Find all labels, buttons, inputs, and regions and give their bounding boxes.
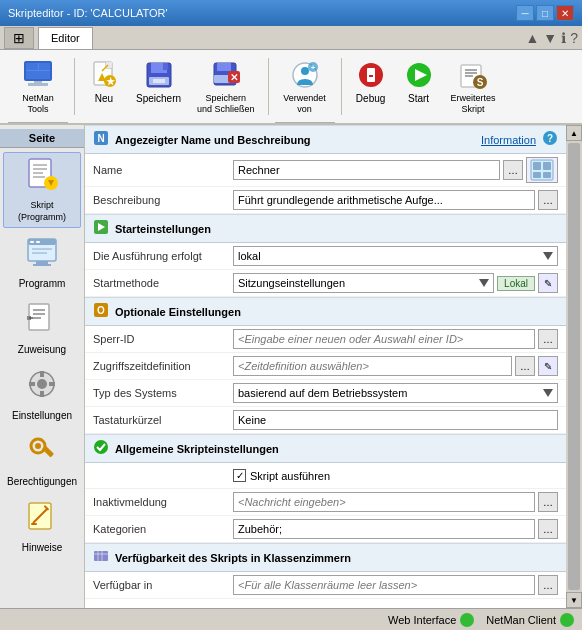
svg-rect-72 <box>31 523 37 525</box>
erweitertes-button[interactable]: S ErweitertesSkript <box>444 54 503 120</box>
name-input[interactable] <box>233 160 500 180</box>
sidebar-item-einstellungen[interactable]: Einstellungen <box>3 362 81 426</box>
nav-up-icon[interactable]: ▲ <box>525 30 539 46</box>
beschreibung-ellipsis-btn[interactable]: … <box>538 190 558 210</box>
scroll-thumb[interactable] <box>568 143 580 590</box>
tastaturkuerzel-label: Tastaturkürzel <box>93 414 233 426</box>
erweitertes-icon: S <box>457 59 489 91</box>
ausfuehrung-select[interactable]: lokal <box>233 246 558 266</box>
typsystem-select[interactable]: basierend auf dem Betriebssystem <box>233 383 558 403</box>
skript-ausfuehren-checkbox-label[interactable]: ✓ Skript ausführen <box>233 469 330 482</box>
zugriffszeit-label: Zugriffszeitdefinition <box>93 360 233 372</box>
inaktivmeldung-control: … <box>233 492 558 512</box>
svg-rect-16 <box>163 63 168 70</box>
sidebar-item-skript[interactable]: Skript(Programm) <box>3 152 81 228</box>
kategorien-ellipsis-btn[interactable]: … <box>538 519 558 539</box>
tastaturkuerzel-input[interactable] <box>233 410 558 430</box>
verfuegbar-ellipsis-btn[interactable]: … <box>538 575 558 595</box>
sperrid-input[interactable] <box>233 329 535 349</box>
sidebar-item-programm-label: Programm <box>19 278 66 289</box>
section1-icon: N <box>93 130 109 149</box>
close-button[interactable]: ✕ <box>556 5 574 21</box>
berechtigungen-icon <box>25 433 59 474</box>
info-link[interactable]: Information <box>481 134 536 146</box>
section-optional-header: O Optionale Einstellungen <box>85 297 566 326</box>
inaktivmeldung-ellipsis-btn[interactable]: … <box>538 492 558 512</box>
start-button[interactable]: Start <box>396 54 442 109</box>
beschreibung-row: Beschreibung … <box>85 187 566 214</box>
kategorien-input[interactable] <box>233 519 535 539</box>
scroll-down-btn[interactable]: ▼ <box>566 592 582 608</box>
zugriffszeit-input[interactable] <box>233 356 512 376</box>
svg-text:?: ? <box>547 133 553 144</box>
skript-icon <box>25 157 59 198</box>
kategorien-label: Kategorien <box>93 523 233 535</box>
inaktivmeldung-input[interactable] <box>233 492 535 512</box>
svg-rect-2 <box>26 63 38 70</box>
lokal-badge[interactable]: Lokal <box>497 276 535 291</box>
sidebar: Seite Skript(Programm) <box>0 125 85 608</box>
startmethode-select[interactable]: Sitzungseinstellungen <box>233 273 494 293</box>
verfuegbar-row: Verfügbar in … <box>85 572 566 599</box>
sidebar-item-skript-label: Skript(Programm) <box>18 200 66 223</box>
sperrid-label: Sperr-ID <box>93 333 233 345</box>
beschreibung-control: … <box>233 190 558 210</box>
svg-point-86 <box>94 440 108 454</box>
svg-rect-81 <box>543 172 551 178</box>
svg-text:O: O <box>97 305 105 316</box>
svg-rect-48 <box>30 241 34 243</box>
section-verfuegbarkeit-header: Verfügbarkeit des Skripts in Klassenzimm… <box>85 543 566 572</box>
status-bar: Web Interface NetMan Client <box>0 608 582 630</box>
sidebar-item-programm[interactable]: Programm <box>3 230 81 294</box>
sperrid-ellipsis-btn[interactable]: … <box>538 329 558 349</box>
svg-rect-18 <box>153 79 165 83</box>
startmethode-edit-btn[interactable]: ✎ <box>538 273 558 293</box>
svg-rect-3 <box>39 63 50 70</box>
name-row: Name … <box>85 154 566 187</box>
app-icon[interactable]: ⊞ <box>4 27 34 49</box>
zugriffszeit-ellipsis-btn[interactable]: … <box>515 356 535 376</box>
tab-editor[interactable]: Editor <box>38 27 93 49</box>
sidebar-header: Seite <box>0 129 84 148</box>
svg-rect-87 <box>94 551 108 561</box>
info-icon[interactable]: ℹ <box>561 30 566 46</box>
verfuegbar-input[interactable] <box>233 575 535 595</box>
info-expand-icon[interactable]: ? <box>542 130 558 149</box>
minimize-button[interactable]: ─ <box>516 5 534 21</box>
svg-point-68 <box>35 443 41 449</box>
netman-tools-button[interactable]: NetManTools <box>15 54 61 120</box>
svg-point-61 <box>37 379 47 389</box>
speichern-schliessen-button[interactable]: ✕ Speichernund Schließen <box>190 54 262 120</box>
name-ellipsis-btn[interactable]: … <box>503 160 523 180</box>
sidebar-item-berechtigungen[interactable]: Berechtigungen <box>3 428 81 492</box>
neu-button[interactable]: ★ Neu <box>81 54 127 109</box>
sidebar-item-hinweise[interactable]: Hinweise <box>3 494 81 558</box>
debug-button[interactable]: Debug <box>348 54 394 109</box>
kategorien-row: Kategorien … <box>85 516 566 543</box>
svg-rect-63 <box>40 391 44 397</box>
sidebar-item-zuweisung[interactable]: Zuweisung <box>3 296 81 360</box>
nav-down-icon[interactable]: ▼ <box>543 30 557 46</box>
inaktivmeldung-label: Inaktivmeldung <box>93 496 233 508</box>
section1-title: Angezeigter Name und Beschreibung <box>115 134 475 146</box>
vertical-scrollbar[interactable]: ▲ ▼ <box>566 125 582 608</box>
svg-rect-53 <box>33 264 51 266</box>
sidebar-item-hinweise-label: Hinweise <box>22 542 63 553</box>
maximize-button[interactable]: □ <box>536 5 554 21</box>
name-image-btn[interactable] <box>526 157 558 183</box>
skript-ausfuehren-checkbox[interactable]: ✓ <box>233 469 246 482</box>
svg-text:★: ★ <box>106 76 116 87</box>
verwendet-von-button[interactable]: + Verwendetvon <box>276 54 333 120</box>
sidebar-item-berechtigungen-label: Berechtigungen <box>7 476 77 487</box>
zugriffszeit-edit-btn[interactable]: ✎ <box>538 356 558 376</box>
zuweisung-icon <box>25 301 59 342</box>
help-icon[interactable]: ? <box>570 30 578 46</box>
scroll-up-btn[interactable]: ▲ <box>566 125 582 141</box>
toolbar: NetManTools NetMan ★ Neu <box>0 50 582 125</box>
typsystem-control: basierend auf dem Betriebssystem <box>233 383 558 403</box>
speichern-button[interactable]: Speichern <box>129 54 188 109</box>
svg-text:+: + <box>310 63 315 72</box>
typsystem-label: Typ des Systems <box>93 387 233 399</box>
debug-label: Debug <box>356 93 385 104</box>
beschreibung-input[interactable] <box>233 190 535 210</box>
